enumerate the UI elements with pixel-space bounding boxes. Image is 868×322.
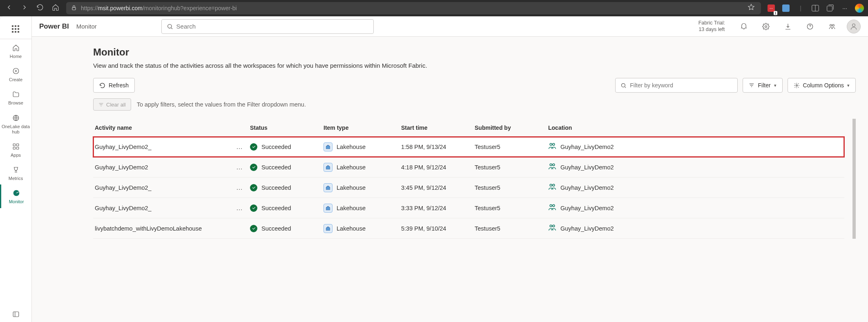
sidebar-item-create[interactable]: Create <box>0 62 32 86</box>
lakehouse-icon <box>324 163 332 172</box>
filter-keyword-input[interactable] <box>630 82 732 89</box>
sidebar-item-onelake[interactable]: OneLake data hub <box>0 109 32 138</box>
row-more-icon[interactable]: … <box>236 204 243 212</box>
col-submittedby[interactable]: Submitted by <box>475 124 548 131</box>
sidebar-item-workspaces[interactable] <box>0 306 32 322</box>
app-header: Power BI Monitor Fabric Trial: 13 days l… <box>32 16 868 37</box>
sidebar-item-monitor[interactable]: Monitor <box>0 184 32 208</box>
row-more-icon[interactable]: … <box>236 143 243 151</box>
url-text: https://msit.powerbi.com/monitoringhub?e… <box>81 5 237 11</box>
app-launcher[interactable] <box>0 20 32 39</box>
submitted-by: Testuser5 <box>475 184 548 191</box>
activity-name: Guyhay_LivyDemo2_ <box>95 184 152 191</box>
collections-icon[interactable] <box>826 4 835 13</box>
svg-point-17 <box>622 83 625 87</box>
address-bar[interactable]: https://msit.powerbi.com/monitoringhub?e… <box>66 2 761 14</box>
item-type: Lakehouse <box>337 184 366 191</box>
svg-point-22 <box>553 164 555 166</box>
table-row[interactable]: Guyhay_LivyDemo2_ … Succeeded Lakehouse … <box>93 137 844 157</box>
plus-circle-icon <box>11 67 20 76</box>
location-name: Guyhay_LivyDemo2 <box>560 225 614 232</box>
submitted-by: Testuser5 <box>475 164 548 171</box>
filter-icon <box>749 82 754 88</box>
sidebar-item-home[interactable]: Home <box>0 39 32 62</box>
lakehouse-icon <box>324 204 332 213</box>
activities-table: Activity name Status Item type Start tim… <box>93 119 856 239</box>
status-text: Succeeded <box>261 164 291 171</box>
svg-point-19 <box>550 143 552 145</box>
brand-label[interactable]: Power BI <box>39 22 69 31</box>
refresh-icon <box>99 82 105 89</box>
reload-icon[interactable] <box>35 4 45 13</box>
activity-name: Guyhay_LivyDemo2_ <box>95 205 152 211</box>
extension-icon[interactable]: ···1 <box>767 4 776 13</box>
svg-rect-8 <box>16 147 18 149</box>
table-row[interactable]: Guyhay_LivyDemo2_ … Succeeded Lakehouse … <box>93 198 844 218</box>
trophy-icon <box>11 165 20 174</box>
svg-point-21 <box>550 164 552 166</box>
extension2-icon[interactable] <box>781 4 790 13</box>
filter-button[interactable]: Filter ▾ <box>743 78 782 93</box>
download-icon[interactable] <box>781 19 795 34</box>
chevron-down-icon: ▾ <box>774 83 777 88</box>
sidebar-item-browse[interactable]: Browse <box>0 86 32 109</box>
user-avatar[interactable] <box>847 20 861 33</box>
col-itemtype[interactable]: Item type <box>324 124 401 131</box>
forward-icon[interactable] <box>20 4 29 13</box>
item-type: Lakehouse <box>337 205 366 211</box>
table-header: Activity name Status Item type Start tim… <box>93 119 844 137</box>
lock-icon <box>71 5 77 12</box>
col-starttime[interactable]: Start time <box>401 124 475 131</box>
filter-hint: To apply filters, select the values from… <box>137 101 306 108</box>
table-row[interactable]: Guyhay_LivyDemo2 … Succeeded Lakehouse 4… <box>93 157 844 178</box>
lakehouse-icon <box>324 142 332 151</box>
sidebar-item-label: Metrics <box>9 176 23 181</box>
svg-point-11 <box>167 24 171 28</box>
help-icon[interactable] <box>803 19 817 34</box>
workspace-icon <box>548 203 556 213</box>
svg-rect-2 <box>827 6 832 11</box>
col-status[interactable]: Status <box>250 124 324 131</box>
global-search[interactable] <box>161 19 374 34</box>
item-type: Lakehouse <box>337 164 366 171</box>
folder-icon <box>11 90 20 99</box>
column-options-button[interactable]: Column Options ▾ <box>788 78 856 93</box>
sidebar-item-metrics[interactable]: Metrics <box>0 161 32 184</box>
home-icon[interactable] <box>51 4 60 13</box>
search-icon <box>167 23 173 30</box>
row-more-icon[interactable]: … <box>236 184 243 191</box>
svg-point-28 <box>553 225 555 227</box>
settings-icon[interactable] <box>759 19 773 34</box>
chevron-down-icon: ▾ <box>847 83 850 88</box>
location-name: Guyhay_LivyDemo2 <box>560 184 614 191</box>
svg-point-25 <box>550 204 552 207</box>
filter-keyword-box[interactable] <box>615 78 738 93</box>
activity-name: Guyhay_LivyDemo2_ <box>95 144 152 150</box>
table-row[interactable]: Guyhay_LivyDemo2_ … Succeeded Lakehouse … <box>93 178 844 198</box>
back-icon[interactable] <box>4 4 14 13</box>
status-text: Succeeded <box>261 225 291 232</box>
col-activity[interactable]: Activity name <box>95 124 250 131</box>
notifications-icon[interactable] <box>736 19 751 34</box>
copilot-icon[interactable] <box>855 4 864 13</box>
feedback-icon[interactable] <box>825 19 839 34</box>
sidebar-item-apps[interactable]: Apps <box>0 138 32 161</box>
start-time: 5:39 PM, 9/10/24 <box>401 225 475 232</box>
refresh-button[interactable]: Refresh <box>93 78 135 93</box>
search-input[interactable] <box>176 23 368 30</box>
panel-icon <box>11 310 20 319</box>
item-type: Lakehouse <box>337 225 366 232</box>
svg-rect-5 <box>13 144 15 146</box>
col-location[interactable]: Location <box>548 124 843 131</box>
breadcrumb[interactable]: Monitor <box>76 23 97 30</box>
clear-all-button: Clear all <box>93 98 131 111</box>
trial-status[interactable]: Fabric Trial: 13 days left <box>698 20 725 33</box>
apps-icon <box>11 142 20 151</box>
table-row[interactable]: livybatchdemo_withLivyDemoLakehouse Succ… <box>93 218 844 239</box>
star-icon[interactable] <box>746 4 756 13</box>
split-icon[interactable] <box>811 4 820 13</box>
more-icon[interactable]: ··· <box>840 4 849 13</box>
row-more-icon[interactable]: … <box>236 164 243 171</box>
svg-rect-6 <box>16 144 18 146</box>
svg-point-27 <box>550 225 552 227</box>
